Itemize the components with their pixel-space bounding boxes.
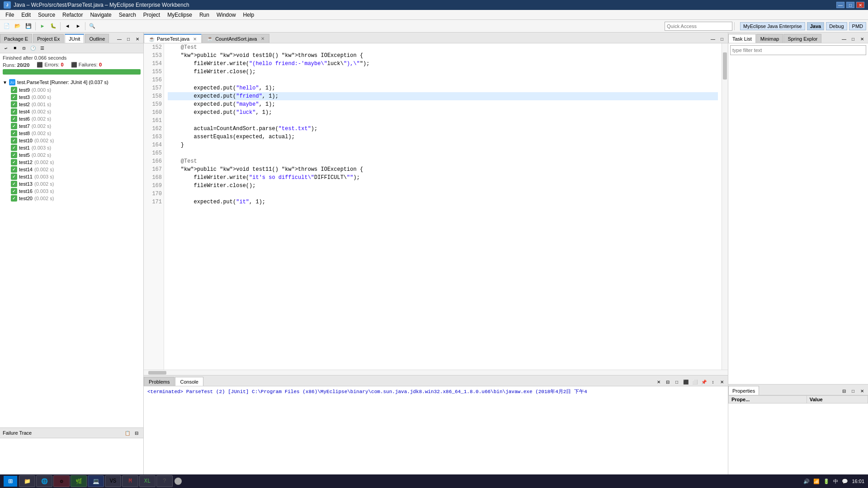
tab-junit[interactable]: JUnit xyxy=(65,34,84,43)
failure-trace-filter-button[interactable]: ⊟ xyxy=(132,429,141,437)
tab-spring-explorer[interactable]: Spring Explor xyxy=(783,34,821,43)
maximize-view-button[interactable]: □ xyxy=(124,35,132,43)
taskbar-app-4[interactable]: VS xyxy=(105,475,121,487)
console-toolbar-btn-4[interactable]: ⬛ xyxy=(682,378,690,386)
menu-search[interactable]: Search xyxy=(115,11,140,19)
menu-myeclipse[interactable]: MyEclipse xyxy=(164,11,196,19)
parsetest-tab-close[interactable]: ✕ xyxy=(193,37,197,42)
taskbar-app-1[interactable]: ⚙ xyxy=(53,475,70,487)
run-button[interactable]: ▶ xyxy=(38,21,47,31)
perspective-debug[interactable]: Debug xyxy=(826,22,847,30)
list-item[interactable]: ✓ test16 (0.003 s) xyxy=(0,188,143,195)
console-toolbar-btn-3[interactable]: □ xyxy=(673,378,681,386)
console-close-button[interactable]: ✕ xyxy=(718,378,726,386)
tab-task-list[interactable]: Task List xyxy=(728,34,756,43)
close-button[interactable]: ✕ xyxy=(856,2,864,8)
tab-properties[interactable]: Properties xyxy=(728,386,759,395)
menu-window[interactable]: Window xyxy=(213,11,240,19)
taskbar-browser[interactable]: 🌐 xyxy=(36,475,52,487)
list-item[interactable]: ✓ test20 (0.002 s) xyxy=(0,195,143,202)
stop-test-button[interactable]: ■ xyxy=(11,44,19,52)
open-button[interactable]: 📂 xyxy=(13,21,23,31)
editor-minimize-button[interactable]: — xyxy=(709,35,717,43)
tab-parsetest[interactable]: ☕ ParseTest.java ✕ xyxy=(144,34,202,43)
history-button[interactable]: 🕐 xyxy=(29,44,37,52)
list-item[interactable]: ✓ test11 (0.003 s) xyxy=(0,173,143,180)
perspective-myeclipse[interactable]: MyEclipse Java Enterprise xyxy=(740,22,805,30)
minimize-button[interactable]: — xyxy=(836,2,844,8)
editor-hscrollbar-thumb[interactable] xyxy=(148,371,166,375)
taskbar-app-3[interactable]: 💻 xyxy=(88,475,104,487)
tab-console[interactable]: Console xyxy=(175,377,203,386)
menu-navigate[interactable]: Navigate xyxy=(86,11,115,19)
forward-button[interactable]: ▶ xyxy=(73,21,83,31)
code-content[interactable]: @Test "kw">public "kw">void test10() "kw… xyxy=(164,43,722,370)
menu-run[interactable]: Run xyxy=(196,11,213,19)
properties-btn-1[interactable]: ⊟ xyxy=(840,387,848,395)
taskbar-app-2[interactable]: 🌿 xyxy=(71,475,87,487)
taskbar-app-5[interactable]: M xyxy=(122,475,138,487)
console-scroll-button[interactable]: ↕ xyxy=(709,378,717,386)
rerun-test-button[interactable]: ↩ xyxy=(2,44,10,52)
right-maximize-button[interactable]: □ xyxy=(849,35,857,43)
list-item[interactable]: ✓ test7 (0.002 s) xyxy=(0,122,143,130)
editor-scrollbar-thumb[interactable] xyxy=(723,52,727,80)
layout-button[interactable]: ☰ xyxy=(38,44,46,52)
perspective-pmd[interactable]: PMD xyxy=(849,22,866,30)
filter-input[interactable] xyxy=(730,45,866,55)
menu-source[interactable]: Source xyxy=(34,11,59,19)
list-item[interactable]: ✓ test12 (0.002 s) xyxy=(0,159,143,166)
taskbar-app-6[interactable]: XL xyxy=(139,475,156,487)
test-suite-row[interactable]: ▼ JU test.ParseTest [Runner: JUnit 4] (0… xyxy=(0,78,143,86)
list-item[interactable]: ✓ test6 (0.002 s) xyxy=(0,115,143,122)
taskbar-app-7[interactable]: ? xyxy=(156,475,173,487)
list-item[interactable]: ✓ test13 (0.002 s) xyxy=(0,180,143,188)
tab-problems[interactable]: Problems xyxy=(144,377,175,386)
tab-countandsort[interactable]: ☕ CountAndSort.java ✕ xyxy=(202,34,269,43)
editor-area[interactable]: 1521531541551561571581591601611621631641… xyxy=(144,43,728,370)
tab-package-explorer[interactable]: Package E xyxy=(0,34,32,43)
countandsort-tab-close[interactable]: ✕ xyxy=(261,36,264,41)
close-view-button[interactable]: ✕ xyxy=(133,35,142,43)
maximize-button[interactable]: □ xyxy=(846,2,854,8)
back-button[interactable]: ◀ xyxy=(62,21,72,31)
list-item[interactable]: ✓ test10 (0.002 s) xyxy=(0,137,143,144)
list-item[interactable]: ✓ test5 (0.002 s) xyxy=(0,151,143,159)
quick-access-input[interactable] xyxy=(665,22,732,31)
properties-btn-2[interactable]: □ xyxy=(849,387,857,395)
filter-button[interactable]: ⊟ xyxy=(20,44,28,52)
tab-minimap[interactable]: Minimap xyxy=(756,34,783,43)
save-button[interactable]: 💾 xyxy=(24,21,33,31)
tab-outline[interactable]: Outline xyxy=(85,34,109,43)
menu-project[interactable]: Project xyxy=(140,11,164,19)
editor-scrollbar[interactable] xyxy=(722,43,728,370)
list-item[interactable]: ✓ test4 (0.002 s) xyxy=(0,108,143,115)
taskbar-file-explorer[interactable]: 📁 xyxy=(19,475,35,487)
menu-refactor[interactable]: Refactor xyxy=(59,11,86,19)
failure-trace-copy-button[interactable]: 📋 xyxy=(123,429,132,437)
list-item[interactable]: ✓ test8 (0.002 s) xyxy=(0,130,143,137)
console-toolbar-btn-2[interactable]: ⊟ xyxy=(664,378,672,386)
menu-help[interactable]: Help xyxy=(240,11,258,19)
start-button[interactable]: ⊞ xyxy=(4,476,17,487)
debug-button[interactable]: 🐛 xyxy=(48,21,58,31)
list-item[interactable]: ✓ test1 (0.003 s) xyxy=(0,144,143,151)
menu-edit[interactable]: Edit xyxy=(18,11,34,19)
menu-file[interactable]: File xyxy=(2,11,18,19)
search-button[interactable]: 🔍 xyxy=(87,21,97,31)
properties-close-button[interactable]: ✕ xyxy=(858,387,866,395)
list-item[interactable]: ✓ test2 (0.001 s) xyxy=(0,101,143,108)
right-minimize-button[interactable]: — xyxy=(840,35,848,43)
list-item[interactable]: ✓ test3 (0.000 s) xyxy=(0,94,143,101)
right-close-button[interactable]: ✕ xyxy=(858,35,866,43)
console-toolbar-btn-1[interactable]: ✕ xyxy=(655,378,663,386)
new-button[interactable]: 📄 xyxy=(2,21,12,31)
list-item[interactable]: ✓ test9 (0.000 s) xyxy=(0,86,143,94)
console-toolbar-btn-5[interactable]: ⬜ xyxy=(691,378,699,386)
editor-hscrollbar[interactable] xyxy=(144,370,728,375)
console-pin-button[interactable]: 📌 xyxy=(700,378,708,386)
perspective-java[interactable]: Java xyxy=(807,22,824,30)
minimize-view-button[interactable]: — xyxy=(115,35,123,43)
tab-project-explorer[interactable]: Project Ex xyxy=(33,34,64,43)
list-item[interactable]: ✓ test14 (0.002 s) xyxy=(0,166,143,173)
